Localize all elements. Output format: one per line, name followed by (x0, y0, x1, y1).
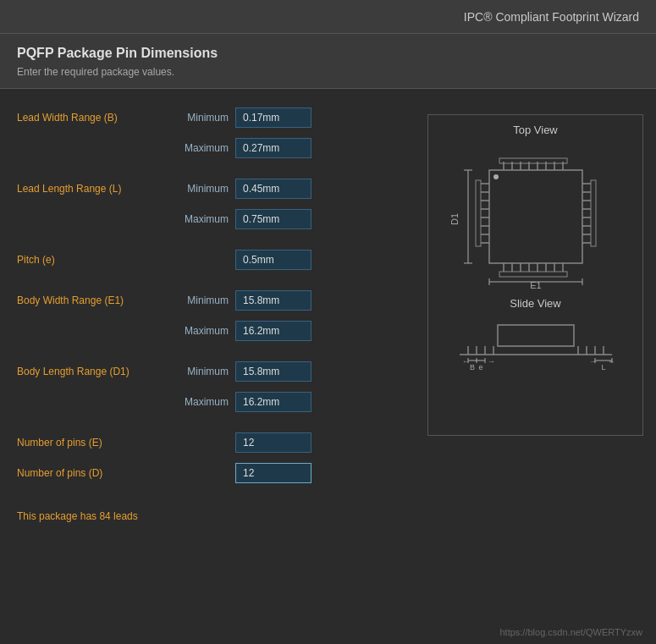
lead-length-max-input[interactable] (235, 209, 311, 229)
form-section: Lead Width Range (B) Minimum Maximum Lea… (0, 106, 427, 644)
num-pins-d-row: Number of pins (D) (17, 461, 411, 485)
wizard-title: IPC® Compliant Footprint Wizard (464, 10, 639, 24)
body-length-max-label: Maximum (169, 396, 229, 408)
slide-view-label: Slide View (437, 297, 634, 310)
lead-width-min-input[interactable] (235, 107, 311, 128)
page-title: PQFP Package Pin Dimensions (17, 46, 639, 61)
lead-width-max-label: Maximum (169, 142, 229, 154)
lead-width-max-row: Maximum (17, 136, 411, 160)
svg-rect-0 (489, 170, 582, 263)
slide-view-diagram: B e L ← → → ← (451, 316, 620, 376)
lead-length-max-label: Maximum (169, 213, 229, 225)
pitch-input[interactable] (235, 250, 311, 270)
num-pins-e-input[interactable] (235, 432, 311, 453)
top-view-label: Top View (437, 124, 634, 136)
svg-text:→: → (589, 357, 597, 366)
num-pins-e-label: Number of pins (E) (17, 437, 169, 449)
pitch-label: Pitch (e) (17, 254, 169, 266)
header-section: PQFP Package Pin Dimensions Enter the re… (0, 34, 656, 89)
body-width-max-input[interactable] (235, 321, 311, 341)
svg-rect-28 (476, 180, 481, 246)
package-leads-info: This package has 84 leads (17, 510, 411, 522)
preview-section: Top View (427, 106, 656, 644)
lead-length-min-input[interactable] (235, 179, 311, 199)
body-width-label: Body Width Range (E1) (17, 294, 169, 306)
pitch-row: Pitch (e) (17, 248, 411, 272)
lead-length-min-label: Minimum (169, 183, 229, 195)
body-width-max-row: Maximum (17, 319, 411, 343)
svg-text:←: ← (462, 357, 470, 366)
body-length-max-row: Maximum (17, 390, 411, 414)
body-length-max-input[interactable] (235, 392, 311, 412)
body-width-min-row: Body Width Range (E1) Minimum (17, 289, 411, 312)
footer-url: https://blog.csdn.net/QWERTYzxw (499, 627, 642, 637)
num-pins-d-label: Number of pins (D) (17, 467, 169, 479)
svg-rect-37 (591, 180, 596, 246)
body-length-min-label: Minimum (169, 366, 229, 377)
body-length-min-row: Body Length Range (D1) Minimum (17, 360, 411, 383)
main-container: PQFP Package Pin Dimensions Enter the re… (0, 34, 656, 644)
body-length-label: Body Length Range (D1) (17, 366, 169, 377)
body-width-min-input[interactable] (235, 290, 311, 311)
page-subtitle: Enter the required package values. (17, 66, 639, 78)
preview-box: Top View (427, 114, 643, 436)
lead-width-min-label: Minimum (169, 112, 229, 124)
content-area: Lead Width Range (B) Minimum Maximum Lea… (0, 89, 656, 644)
lead-width-max-input[interactable] (235, 138, 311, 158)
top-bar: IPC® Compliant Footprint Wizard (0, 0, 656, 34)
e1-label: E1 (530, 280, 541, 289)
lead-length-max-row: Maximum (17, 207, 411, 231)
body-width-max-label: Maximum (169, 325, 229, 337)
top-view-diagram: D1 E1 (451, 145, 620, 289)
svg-text:e: e (478, 363, 482, 372)
num-pins-d-input[interactable] (235, 463, 311, 483)
num-pins-e-row: Number of pins (E) (17, 431, 411, 454)
svg-text:→: → (488, 357, 495, 366)
lead-length-min-row: Lead Length Range (L) Minimum (17, 177, 411, 201)
svg-rect-44 (498, 325, 574, 346)
lead-length-label: Lead Length Range (L) (17, 183, 169, 195)
body-length-min-input[interactable] (235, 361, 311, 382)
body-width-min-label: Minimum (169, 294, 229, 306)
svg-text:B: B (469, 363, 474, 372)
svg-point-1 (493, 174, 499, 179)
svg-rect-19 (499, 272, 567, 277)
svg-text:←: ← (608, 357, 615, 366)
svg-text:L: L (601, 363, 605, 372)
d1-label: D1 (451, 213, 460, 225)
lead-width-label: Lead Width Range (B) (17, 112, 169, 124)
svg-rect-10 (499, 158, 567, 163)
lead-width-min-row: Lead Width Range (B) Minimum (17, 106, 411, 129)
